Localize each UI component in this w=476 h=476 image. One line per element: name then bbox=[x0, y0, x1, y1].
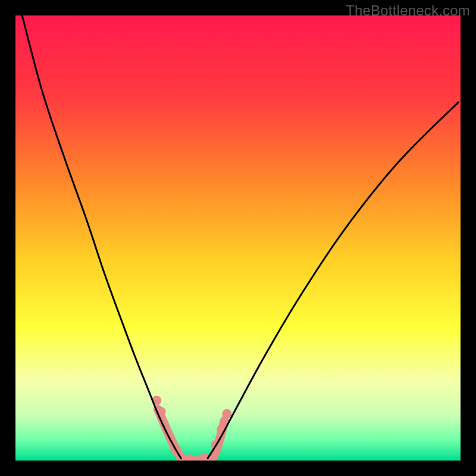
plot-area bbox=[15, 15, 461, 461]
chart-svg bbox=[15, 15, 461, 461]
chart-frame: TheBottleneck.com bbox=[0, 0, 476, 476]
gradient-background bbox=[15, 15, 461, 461]
watermark-text: TheBottleneck.com bbox=[346, 2, 470, 19]
bead-marker bbox=[222, 409, 231, 418]
